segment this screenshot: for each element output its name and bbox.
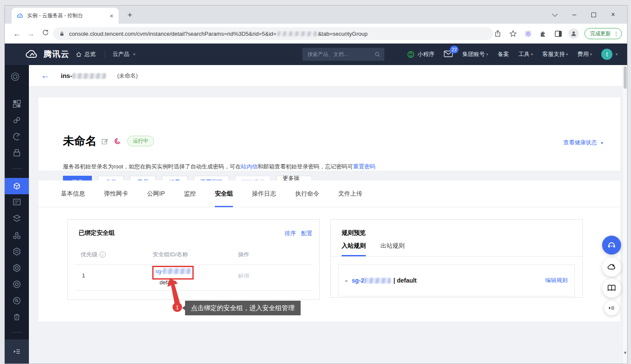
- health-status-link[interactable]: 查看健康状态 ▾: [563, 139, 603, 146]
- tab-public-ip[interactable]: 公网IP: [147, 180, 165, 207]
- mini-program-icon: [407, 51, 414, 58]
- browser-tab[interactable]: 实例 - 云服务器 - 控制台 ×: [12, 8, 119, 24]
- console-panel-button[interactable]: [604, 301, 619, 315]
- sidebar-item-recycle-bin[interactable]: [12, 312, 22, 322]
- inbox-message-link[interactable]: 站内信: [241, 163, 257, 170]
- user-avatar[interactable]: t: [601, 49, 612, 60]
- sidebar-item-snapshot-cycle[interactable]: [12, 263, 22, 273]
- tab-title: 实例 - 云服务器 - 控制台: [27, 12, 108, 19]
- tab-security-group[interactable]: 安全组: [215, 180, 233, 207]
- sidebar-item-link[interactable]: [12, 115, 22, 125]
- unbind-action[interactable]: 解绑: [238, 272, 249, 280]
- page-scrollbar[interactable]: ▼: [622, 65, 627, 364]
- info-icon[interactable]: i: [100, 252, 106, 258]
- rules-tabs: 入站规则 出站规则: [342, 242, 405, 256]
- expand-caret-icon[interactable]: ▸: [345, 278, 348, 283]
- back-arrow-icon[interactable]: ←: [41, 71, 50, 81]
- tab-outbound-rules[interactable]: 出站规则: [380, 242, 405, 256]
- tab-inbound-rules[interactable]: 入站规则: [342, 242, 366, 256]
- browser-profile-avatar[interactable]: [568, 28, 579, 39]
- side-panel-icon[interactable]: [553, 29, 563, 38]
- edit-name-icon[interactable]: [101, 137, 109, 145]
- search-icon[interactable]: [374, 51, 381, 58]
- tab-run-commands[interactable]: 执行命令: [295, 180, 319, 207]
- sidebar-item-image-box[interactable]: [12, 148, 22, 158]
- sort-link[interactable]: 排序: [285, 230, 296, 237]
- chrome-update-button[interactable]: 完成更新 ⋮: [584, 28, 622, 39]
- nav-mail[interactable]: 22: [444, 50, 453, 59]
- sidebar-divider: [12, 168, 22, 169]
- extension-gear-icon[interactable]: [523, 29, 533, 38]
- nav-group-account[interactable]: 集团账号 ▾: [462, 50, 488, 58]
- tab-monitoring[interactable]: 监控: [184, 180, 196, 207]
- rule-sg-id-link[interactable]: sg-2: [352, 277, 391, 284]
- sidebar-item-monitor-gauge[interactable]: [12, 132, 22, 141]
- nav-account-avatar[interactable]: t ▾: [601, 49, 618, 60]
- sidebar-item-layers[interactable]: [12, 214, 22, 223]
- window-maximize-button[interactable]: [584, 6, 603, 24]
- tencent-cloud-logo[interactable]: 腾讯云: [25, 44, 69, 65]
- nav-cloud-products[interactable]: 云产品 ▾: [113, 44, 135, 65]
- new-tab-button[interactable]: +: [124, 9, 136, 22]
- nav-search-box[interactable]: [302, 48, 384, 61]
- sidebar-item-dashboard[interactable]: [12, 99, 22, 109]
- chevron-down-icon: ▾: [566, 52, 568, 56]
- window-chevron-icon[interactable]: [545, 6, 565, 24]
- sidebar-item-target[interactable]: [12, 280, 22, 289]
- share-icon[interactable]: [493, 29, 502, 38]
- nav-overview[interactable]: 总览: [75, 44, 96, 65]
- tab-operation-logs[interactable]: 操作日志: [252, 180, 276, 207]
- url-query-suffix: &tab=securityGroup: [318, 31, 367, 37]
- nav-tools[interactable]: 工具 ▾: [518, 50, 533, 58]
- cloud-notifications-button[interactable]: [602, 258, 621, 277]
- sidebar-item-instances-active[interactable]: [5, 178, 29, 194]
- status-badge: 运行中: [127, 136, 154, 146]
- rules-preview-panel: 规则预览 入站规则 出站规则 ▸ sg-2 | default 编辑规则: [330, 219, 583, 298]
- reset-password-link[interactable]: 重置密码: [353, 163, 375, 170]
- headset-icon: [607, 240, 616, 250]
- browser-menu-icon[interactable]: ⋮: [613, 31, 619, 37]
- nav-billing[interactable]: 费用 ▾: [578, 50, 592, 58]
- documentation-button[interactable]: [602, 279, 621, 298]
- extensions-puzzle-icon[interactable]: [538, 29, 548, 38]
- chevron-down-icon: ▾: [133, 52, 135, 56]
- back-icon[interactable]: ←: [11, 28, 23, 40]
- table-divider: [75, 290, 312, 291]
- window-minimize-button[interactable]: –: [565, 6, 584, 24]
- nav-mini-program[interactable]: 小程序: [407, 50, 434, 58]
- tab-eni[interactable]: 弹性网卡: [104, 180, 128, 207]
- bookmark-star-icon[interactable]: [508, 29, 518, 38]
- tab-file-upload[interactable]: 文件上传: [338, 180, 362, 207]
- instance-id-redacted: [72, 73, 106, 79]
- annotation-tooltip: 点击绑定的安全组，进入安全组管理: [185, 301, 301, 315]
- url-bar[interactable]: console.cloud.tencent.com/cvm/instance/d…: [53, 27, 493, 40]
- sidebar-item-security-shield[interactable]: [12, 247, 22, 256]
- tab-basic-info[interactable]: 基本信息: [61, 180, 85, 207]
- customer-service-button[interactable]: [602, 236, 621, 255]
- sidebar-item-cluster[interactable]: [12, 231, 22, 240]
- search-input[interactable]: [307, 51, 374, 58]
- window-close-button[interactable]: ×: [603, 6, 623, 24]
- instance-unnamed-label: (未命名): [117, 72, 138, 80]
- tencent-cloud-icon: [25, 49, 39, 59]
- rule-sg-name: | default: [393, 277, 417, 284]
- forward-icon[interactable]: →: [25, 28, 37, 40]
- sidebar-product-logo-icon[interactable]: [10, 72, 23, 85]
- bound-security-groups-panel: 已绑定安全组 排序 配置 优先级 i 安全组ID/名称 操作 1 sg- def…: [67, 219, 320, 300]
- mail-badge: 22: [450, 46, 458, 53]
- scrollbar-down-arrow-icon[interactable]: ▼: [623, 351, 628, 355]
- scrollbar-thumb[interactable]: [624, 66, 627, 89]
- sidebar-item-ssh-key[interactable]: [12, 296, 22, 305]
- health-status-label: 查看健康状态: [563, 139, 597, 146]
- toolbar-right: 完成更新 ⋮: [493, 27, 622, 40]
- nav-icp[interactable]: 备案: [498, 50, 509, 58]
- nav-mini-program-label: 小程序: [418, 50, 434, 58]
- configure-link[interactable]: 配置: [301, 230, 312, 237]
- url-redacted-id: [277, 31, 317, 36]
- tab-close-icon[interactable]: ×: [108, 12, 115, 19]
- nav-support[interactable]: 客服支持 ▾: [542, 50, 568, 58]
- sidebar-collapse-button[interactable]: [5, 339, 29, 364]
- sidebar-item-host-list[interactable]: [12, 197, 22, 207]
- reload-icon[interactable]: [39, 28, 51, 40]
- edit-rules-link[interactable]: 编辑规则: [545, 277, 568, 284]
